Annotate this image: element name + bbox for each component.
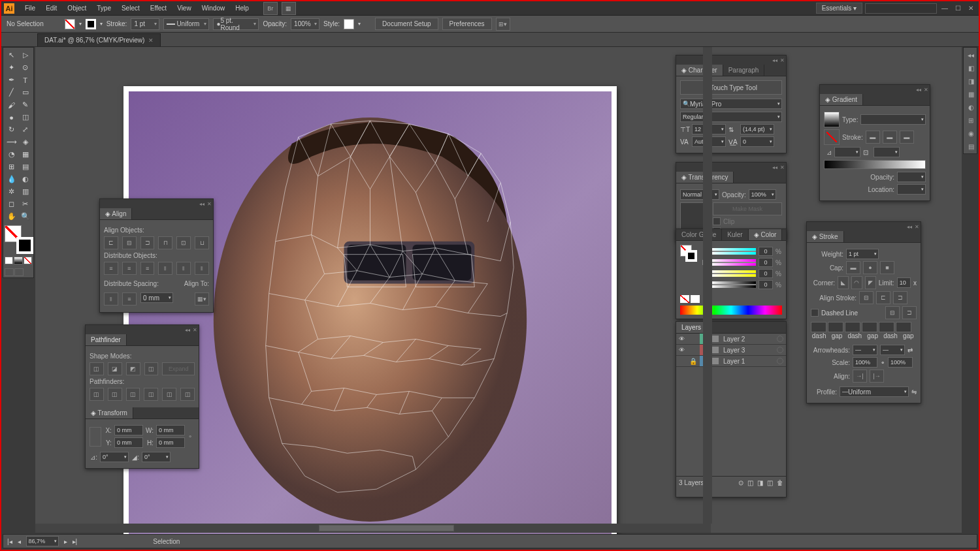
preferences-button[interactable]: Preferences [442,18,492,30]
outline-icon[interactable]: ◫ [162,388,176,401]
cap-butt-icon[interactable]: ▬ [846,261,860,274]
align-right-icon[interactable]: ⊐ [140,236,155,249]
magenta-input[interactable]: 0 [759,258,773,267]
collapse-icon[interactable]: ◂◂ [772,57,777,63]
expand-panels-icon[interactable]: ◂◂ [965,49,977,61]
panel-icon[interactable]: ◧ [965,62,977,74]
stroke-weight-input[interactable]: 1 pt [846,249,879,259]
slice-tool[interactable]: ✂ [18,198,32,210]
miter-limit-input[interactable]: 10 [897,277,911,288]
touch-type-button[interactable]: ⊞ Touch Type Tool [680,80,782,95]
black-input[interactable]: 0 [759,280,773,289]
stroke-along-icon[interactable]: ▬ [883,131,897,144]
leading-input[interactable]: (14,4 pt) [740,124,774,134]
shape-builder-tool[interactable]: ◔ [5,148,18,161]
arrange-icon[interactable]: ▦ [282,2,296,15]
screen-modes[interactable] [5,268,32,276]
lasso-tool[interactable]: ⊙ [18,61,32,74]
dash-align-icon[interactable]: ⊟ [885,306,900,319]
corner-round-icon[interactable]: ◠ [851,276,862,289]
transform-x-input[interactable]: 0 mm [114,425,143,435]
arrow-end-dropdown[interactable]: — [880,345,905,355]
visibility-icon[interactable]: 👁 [679,347,688,353]
dist-left-icon[interactable]: ⦀ [158,262,172,275]
panel-icon[interactable]: ◨ [965,75,977,87]
opacity-dropdown[interactable]: 100% [291,18,319,30]
kuler-tab[interactable]: Kuler [722,229,748,240]
close-panel-icon[interactable]: ✕ [780,165,785,170]
corner-bevel-icon[interactable]: ◤ [865,276,876,289]
menu-effect[interactable]: Effect [145,3,172,14]
blob-brush-tool[interactable]: ● [5,111,18,123]
perspective-tool[interactable]: ▦ [18,148,32,161]
stroke-weight-dropdown[interactable]: 1 pt [131,18,159,30]
pen-tool[interactable]: ✒ [5,74,18,86]
font-family-dropdown[interactable]: 🔍 Myriad Pro [680,99,782,109]
new-layer-icon[interactable]: ◫ [767,479,773,486]
magic-wand-tool[interactable]: ✦ [5,61,18,74]
type-tool[interactable]: T [18,74,32,86]
transform-y-input[interactable]: 0 mm [114,437,143,448]
close-panel-icon[interactable]: ✕ [915,224,919,230]
delete-layer-icon[interactable]: 🗑 [777,479,783,486]
collapse-icon[interactable]: ◂◂ [199,201,204,207]
stroke-across-icon[interactable]: ▬ [900,131,914,144]
align-tab[interactable]: ◈ Align [100,208,132,219]
close-panel-icon[interactable]: ✕ [207,201,212,207]
locate-icon[interactable]: ⊙ [738,479,743,486]
eyedropper-tool[interactable]: 💧 [5,173,18,185]
arrow-align-tip-icon[interactable]: →| [853,370,867,383]
workspace-switcher[interactable]: Essentials ▾ [816,3,862,14]
layer-row[interactable]: 👁▸Layer 2 [676,334,786,345]
dist-hcenter-icon[interactable]: ⦀ [176,262,191,275]
stop-opacity-input[interactable] [897,172,926,182]
layer-row[interactable]: 🔒▸Layer 1 [676,356,786,367]
menu-select[interactable]: Select [116,3,145,14]
dist-vcenter-icon[interactable]: ≡ [122,262,137,275]
graph-tool[interactable]: ▥ [18,185,32,198]
bridge-icon[interactable]: Br [263,2,278,15]
gradient-aspect-input[interactable] [874,147,900,157]
menu-view[interactable]: View [172,3,197,14]
corner-miter-icon[interactable]: ◣ [838,276,849,289]
panel-icon[interactable]: ⊞ [965,114,977,126]
gradient-tool[interactable]: ▤ [18,161,32,173]
layers-tab[interactable]: Layers [676,322,707,333]
width-tool[interactable]: ⟿ [5,136,18,148]
menu-help[interactable]: Help [230,3,254,14]
link-scale-icon[interactable]: ⚬ [880,359,885,366]
maximize-icon[interactable]: ☐ [953,4,963,13]
cyan-input[interactable]: 0 [759,247,773,256]
stroke-tab[interactable]: ◈ Stroke [807,231,844,242]
artboard[interactable] [123,86,617,543]
fill-swatch[interactable] [65,19,75,29]
color-tab[interactable]: ◈ Color [749,229,783,240]
make-sublayer-icon[interactable]: ◫ [747,479,753,486]
spectrum-picker[interactable] [680,306,782,315]
color-modes[interactable] [5,257,32,264]
align-left-icon[interactable]: ⊏ [104,236,118,249]
dist-bottom-icon[interactable]: ≡ [140,262,155,275]
hand-tool[interactable]: ✋ [5,210,18,223]
arrow-align-end-icon[interactable]: |→ [870,370,884,383]
brush-dropdown[interactable]: ● 5 pt. Round [213,18,259,30]
rotate-tool[interactable]: ↻ [5,123,18,136]
symbol-sprayer-tool[interactable]: ✲ [5,185,18,198]
stop-location-input[interactable] [897,184,926,195]
nav-last-icon[interactable]: ▸| [73,538,78,545]
search-input[interactable] [865,3,937,14]
dist-right-icon[interactable]: ⦀ [195,262,209,275]
blend-tool[interactable]: ◐ [18,173,32,185]
menu-edit[interactable]: Edit [41,3,62,14]
fill-stroke-swatches[interactable] [5,225,33,254]
character-tab[interactable]: ◈ Character [676,65,723,76]
horizontal-scrollbar[interactable] [35,524,711,533]
close-panel-icon[interactable]: ✕ [924,87,928,93]
dist-top-icon[interactable]: ≡ [104,262,118,275]
gradient-preview[interactable] [824,112,840,127]
collapse-icon[interactable]: ◂◂ [772,165,777,170]
align-to-dropdown[interactable]: ▦▾ [195,292,209,306]
align-bottom-icon[interactable]: ⊔ [195,236,209,249]
arrow-start-dropdown[interactable]: — [853,345,877,355]
cap-square-icon[interactable]: ■ [880,261,894,274]
